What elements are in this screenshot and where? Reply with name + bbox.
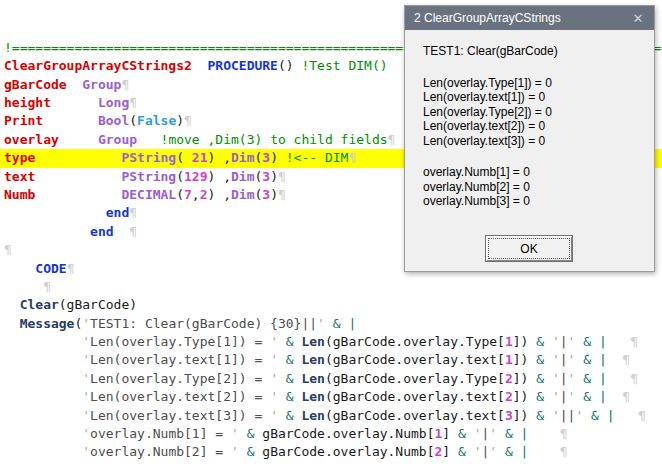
code-token: 7 <box>184 187 192 202</box>
code-token <box>607 371 630 386</box>
dialog-text-line: Len(overlay.text[3]) = 0 <box>423 134 644 149</box>
code-token <box>4 279 43 294</box>
code-token: & <box>505 426 513 441</box>
code-token: (gBarCode) <box>59 297 137 312</box>
code-line[interactable]: 'Len(overlay.text[2]) = ' & Len(gBarCode… <box>0 388 662 406</box>
code-token: & <box>536 371 544 386</box>
code-token: overlay.Numb[1] = <box>90 426 231 441</box>
code-token <box>35 187 121 202</box>
code-token <box>4 316 20 331</box>
code-token: !Test DIM() <box>301 58 387 73</box>
code-token: ' <box>552 334 560 349</box>
code-line[interactable]: Clear(gBarCode) <box>0 296 662 314</box>
code-token: ¶ <box>129 205 137 220</box>
code-token: & <box>583 334 591 349</box>
ok-button[interactable]: OK <box>485 235 573 262</box>
dialog-text-line: Len(overlay.text[1]) = 0 <box>423 90 644 105</box>
code-token: ¶ <box>560 426 568 441</box>
code-token <box>544 334 552 349</box>
app-window: !=======================================… <box>0 0 662 464</box>
code-token: Dim <box>231 150 254 165</box>
code-token <box>278 352 286 367</box>
code-token <box>4 426 82 441</box>
code-line[interactable]: 'Len(overlay.text[1]) = ' & Len(gBarCode… <box>0 351 662 369</box>
code-token: gBarCode.overlay.Numb[ <box>254 444 434 459</box>
code-token: 2 <box>200 187 208 202</box>
code-token: ¶ <box>630 334 638 349</box>
code-token <box>544 352 552 367</box>
code-token: ¶ <box>560 444 568 459</box>
code-token: ' <box>82 389 90 404</box>
code-token: ' <box>82 371 90 386</box>
code-token: & <box>458 426 466 441</box>
code-token: & <box>286 334 294 349</box>
code-token: Len <box>301 408 324 423</box>
code-token: ( <box>129 113 137 128</box>
code-token: DECIMAL <box>121 187 176 202</box>
code-token: 3 <box>262 150 270 165</box>
dialog-text-line: Len(overlay.text[2]) = 0 <box>423 119 644 134</box>
code-token: ] <box>442 444 458 459</box>
code-token: text <box>4 169 35 184</box>
code-token <box>35 150 121 165</box>
code-token: Len(overlay.text[3]) = <box>90 408 270 423</box>
code-line[interactable]: ¶ <box>0 278 662 296</box>
code-token: | <box>560 371 568 386</box>
code-token <box>51 95 98 110</box>
code-line[interactable]: 'overlay.Numb[1] = ' & gBarCode.overlay.… <box>0 425 662 443</box>
code-token <box>591 371 599 386</box>
code-token <box>278 389 286 404</box>
code-line[interactable]: 'Len(overlay.text[3]) = ' & Len(gBarCode… <box>0 407 662 425</box>
code-line[interactable]: 'Len(overlay.Type[1]) = ' & Len(gBarCode… <box>0 333 662 351</box>
code-token: False <box>137 113 176 128</box>
code-token: ' <box>270 389 278 404</box>
code-token: CODE <box>35 261 66 276</box>
code-token: | <box>560 389 568 404</box>
code-token: ]) <box>513 371 536 386</box>
code-token: ' <box>231 444 239 459</box>
code-token: 2 <box>505 371 513 386</box>
code-token: & <box>583 389 591 404</box>
code-token: & <box>458 444 466 459</box>
code-token: & <box>286 352 294 367</box>
code-token: ) <box>270 187 278 202</box>
code-token: ' <box>552 371 560 386</box>
dialog-blank-line <box>423 59 644 76</box>
code-token: (gBarCode.overlay.text[ <box>325 408 505 423</box>
code-token: ( <box>176 169 184 184</box>
dialog-titlebar[interactable]: 2 ClearGroupArrayCStrings ✕ <box>405 6 654 30</box>
code-token: ]) <box>513 352 536 367</box>
code-line[interactable]: 'Len(overlay.Type[2]) = ' & Len(gBarCode… <box>0 370 662 388</box>
code-token <box>466 426 474 441</box>
code-token: ¶ <box>43 279 51 294</box>
code-token <box>67 77 83 92</box>
code-token: & <box>505 444 513 459</box>
code-token <box>497 426 505 441</box>
code-token: & <box>286 408 294 423</box>
code-token: ' <box>82 352 90 367</box>
code-token: ¶ <box>278 187 286 202</box>
code-line[interactable]: 'overlay.Numb[2] = ' & gBarCode.overlay.… <box>0 443 662 461</box>
code-token: | <box>599 389 607 404</box>
code-token: Dim <box>231 169 254 184</box>
code-token: ' <box>82 334 90 349</box>
code-token: type <box>4 150 35 165</box>
code-token: Len <box>301 334 324 349</box>
code-token: Long <box>98 95 129 110</box>
code-line[interactable]: Message('TEST1: Clear(gBarCode) {30}||' … <box>0 315 662 333</box>
code-token: ' <box>82 316 90 331</box>
code-token: overlay <box>4 132 59 147</box>
code-token <box>544 389 552 404</box>
message-dialog: 2 ClearGroupArrayCStrings ✕ TEST1: Clear… <box>404 5 655 272</box>
close-button[interactable]: ✕ <box>622 6 654 30</box>
code-token <box>583 408 591 423</box>
dialog-text-line: overlay.Numb[3] = 0 <box>423 194 644 209</box>
code-token: Clear <box>20 297 59 312</box>
code-token: height <box>4 95 51 110</box>
code-token: (gBarCode.overlay.Type[ <box>325 371 505 386</box>
code-token <box>325 316 333 331</box>
code-token: ' <box>552 408 560 423</box>
code-token: ]) <box>513 389 536 404</box>
code-token: ¶ <box>638 408 646 423</box>
code-token <box>43 113 98 128</box>
